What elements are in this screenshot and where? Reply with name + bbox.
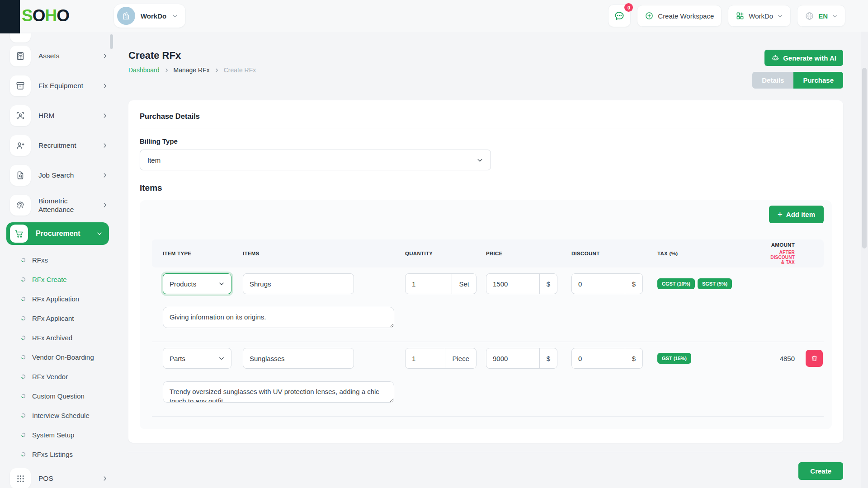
sidebar-subitem-custom-question[interactable]: Custom Question [0,386,115,406]
ring-bullet-icon [21,432,26,437]
sidebar-subitem-system-setup[interactable]: System Setup [0,425,115,445]
sidebar-item-hrm[interactable]: HRM [0,103,115,128]
main-content: Create RFx Dashboard Manage RFx Create R… [115,32,868,488]
breadcrumb-manage-rfx-link[interactable]: Manage RFx [174,66,210,74]
chevron-down-icon [172,13,178,19]
form-step-tabs: Details Purchase [752,72,843,89]
sidebar-item-label: Fix Equipment [38,81,94,90]
workspace-switcher[interactable]: WorkDo [113,4,186,28]
item-name-input[interactable] [243,273,354,294]
page-header: Create RFx Dashboard Manage RFx Create R… [128,50,843,89]
create-workspace-button[interactable]: Create Workspace [637,5,722,27]
generate-with-ai-label: Generate with AI [783,54,836,62]
chevron-right-icon [102,202,108,208]
chevron-right-icon [102,475,108,482]
tax-badge: CGST (10%) [657,278,695,289]
purchase-details-card: Purchase Details Billing Type Item Items… [128,100,843,443]
unit-addon: Piece [445,348,476,368]
sidebar-item-biometric-attendance[interactable]: Biometric Attendance [0,192,115,218]
sidebar-item-pos[interactable]: POS [0,466,115,488]
breadcrumb: Dashboard Manage RFx Create RFx [128,66,256,74]
price-input[interactable] [486,348,539,368]
sidebar-subitem-rfx-vendor[interactable]: RFx Vendor [0,367,115,386]
sidebar-subitem-label: RFx Create [32,276,67,283]
sidebar-subitem-rfx-applicant[interactable]: RFx Applicant [0,309,115,328]
sidebar-item-procurement[interactable]: Procurement [6,222,109,245]
billing-type-select[interactable]: Item [140,150,491,170]
sidebar-subitem-label: Interview Schedule [32,412,90,419]
create-button[interactable]: Create [798,462,843,480]
discount-input[interactable] [572,274,625,294]
chevron-right-icon [102,83,108,89]
amount-header-note: AFTER DISCOUNT & TAX [766,250,795,265]
sidebar-subitem-rfx-create[interactable]: RFx Create [0,270,115,289]
sidebar-item-label: Recruitment [38,141,94,150]
ring-bullet-icon [21,296,26,301]
sidebar-subitem-rfxs-listings[interactable]: RFxs Listings [0,445,115,464]
sidebar-item-recruitment[interactable]: Recruitment [0,133,115,158]
col-tax: TAX (%) [657,251,766,256]
sidebar-subitem-label: RFxs [32,256,48,264]
account-menu-button[interactable]: WorkDo [728,5,791,27]
logo-letter: S [22,6,33,25]
price-input[interactable] [486,274,539,294]
item-description-textarea[interactable]: Giving information on its origins. [163,307,394,328]
sidebar-subitem-rfxs[interactable]: RFxs [0,250,115,270]
workspace-avatar [117,7,135,25]
shopping-cart-icon [10,225,28,243]
sidebar-item-job-search[interactable]: Job Search [0,163,115,188]
item-type-select[interactable]: Parts [163,348,231,369]
chat-bubble-icon [613,10,625,22]
generate-with-ai-button[interactable]: Generate with AI [764,50,843,66]
delete-item-button[interactable] [806,350,823,367]
add-item-button[interactable]: + Add item [769,206,824,223]
sidebar: Assets Fix Equipment HRM [0,32,115,488]
tab-details[interactable]: Details [752,72,793,89]
item-row: Parts Piece [152,348,824,369]
chevron-right-icon [102,142,108,149]
item-name-input[interactable] [243,348,354,369]
clipped-icon [10,33,31,42]
page-scrollbar-thumb[interactable] [862,68,867,249]
page-scrollbar-track[interactable] [861,32,868,488]
sidebar-item-fix-equipment[interactable]: Fix Equipment [0,73,115,99]
sidebar-subitem-interview-schedule[interactable]: Interview Schedule [0,406,115,425]
breadcrumb-dashboard-link[interactable]: Dashboard [128,66,160,74]
sidebar-subitem-label: RFx Vendor [32,373,68,380]
quantity-input[interactable] [406,348,445,368]
workspace-name: WorkDo [141,12,166,20]
col-item-type: ITEM TYPE [163,251,243,256]
header-actions: 0 Create Workspace WorkDo EN [608,5,845,27]
ring-bullet-icon [21,316,26,321]
discount-input[interactable] [572,348,625,368]
tax-badge: GST (15%) [657,353,691,364]
sidebar-subitem-rfx-application[interactable]: RFx Application [0,289,115,309]
quantity-input[interactable] [406,274,452,294]
col-quantity: QUANTITY [405,251,486,256]
item-type-select[interactable]: Products [163,273,231,294]
col-price: PRICE [486,251,571,256]
corner-dark-block [0,0,20,33]
trash-icon [811,355,818,362]
chevron-right-icon [164,68,169,73]
sidebar-subitem-label: RFx Application [32,295,79,303]
messenger-button[interactable]: 0 [608,5,631,27]
tab-purchase[interactable]: Purchase [793,72,843,89]
sidebar-scrollbar-thumb[interactable] [110,34,113,49]
amount-cell: 4850 [766,350,824,367]
sidebar-item-partial[interactable] [0,33,115,43]
plus-circle-icon [645,11,654,20]
sidebar-subitem-vendor-onboarding[interactable]: Vendor On-Boarding [0,347,115,367]
tax-badge: SGST (5%) [698,278,732,289]
item-description-textarea[interactable]: Trendy oversized sunglasses with UV prot… [163,381,394,403]
sidebar-item-assets[interactable]: Assets [0,43,115,69]
language-selector[interactable]: EN [797,5,845,27]
sidebar-subitem-rfx-archived[interactable]: RFx Archived [0,328,115,347]
section-divider [140,128,832,128]
add-item-label: Add item [786,211,815,218]
currency-addon: $ [625,348,642,368]
items-table-header: ITEM TYPE ITEMS QUANTITY PRICE DISCOUNT … [152,239,824,267]
chevron-down-icon [777,13,783,19]
ring-bullet-icon [21,374,26,379]
sidebar-item-label: Biometric Attendance [38,197,94,214]
